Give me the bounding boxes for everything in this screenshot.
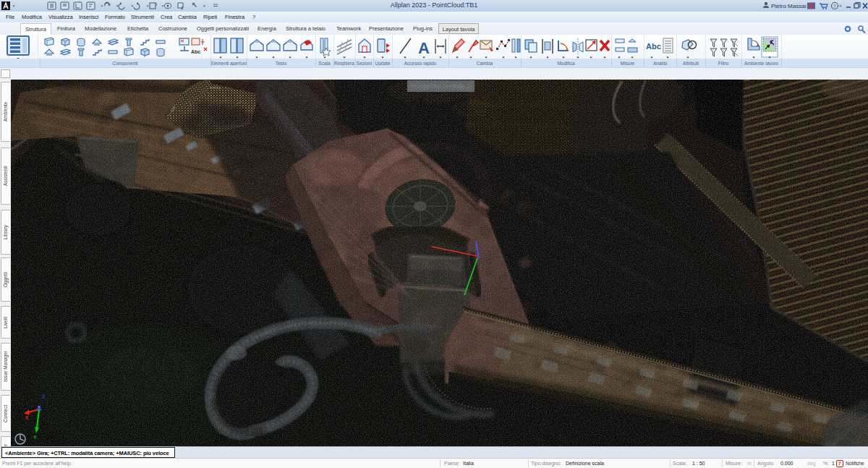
svg-text:Pietro Massai: Pietro Massai bbox=[771, 3, 807, 9]
svg-text:Abc: Abc bbox=[191, 49, 200, 54]
svg-text:Z: Z bbox=[42, 393, 46, 400]
svg-text:?: ? bbox=[833, 4, 836, 9]
svg-text:Y: Y bbox=[33, 435, 37, 440]
svg-text:Abc: Abc bbox=[646, 42, 661, 51]
svg-text:Prospettiva centrale 3: Prospettiva centrale 3 bbox=[411, 82, 470, 90]
svg-text:A: A bbox=[418, 39, 430, 57]
svg-text:X: X bbox=[25, 415, 29, 420]
